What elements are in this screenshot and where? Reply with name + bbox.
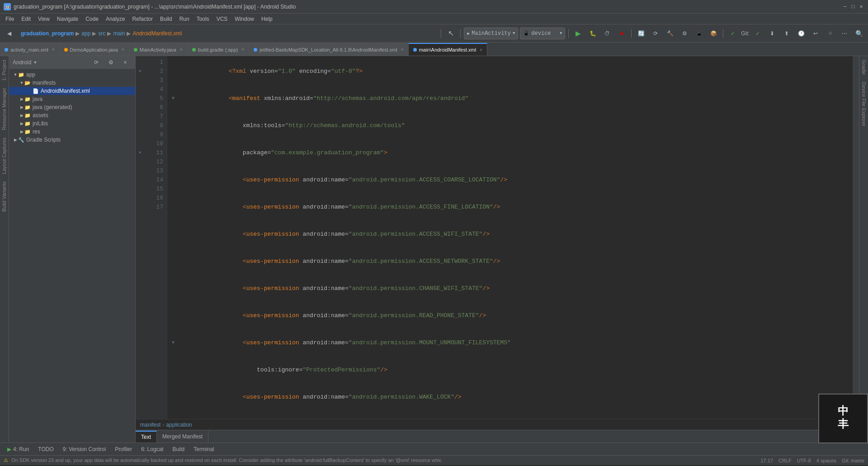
menu-run[interactable]: Run (176, 15, 193, 23)
code-line-3: xmlns:tools="http://schemas.android.com/… (172, 112, 853, 139)
bc-manifest-link[interactable]: manifest (140, 422, 160, 428)
tab-merged-manifest[interactable]: Merged Manifest (157, 431, 208, 442)
git-branch-btn[interactable]: ⑂ (824, 27, 836, 40)
project-sync-btn[interactable]: ⟳ (90, 58, 103, 67)
toolbar-cursor-btn[interactable]: ↖ (444, 27, 457, 40)
tree-manifests[interactable]: ▼ 📂 manifests (9, 79, 135, 87)
sdk-btn[interactable]: 📦 (707, 27, 720, 40)
todo-tool-btn[interactable]: TODO (34, 445, 57, 453)
bc-main[interactable]: main (113, 30, 125, 37)
code-line-4: package="com.example.graduation_program"… (172, 139, 853, 166)
bc-file[interactable]: AndroidManifest.xml (132, 30, 182, 37)
fold-icon-2[interactable]: ▼ (139, 69, 141, 74)
git-push-btn[interactable]: ⬆ (780, 27, 793, 40)
tree-res[interactable]: ▶ 📁 res (9, 128, 135, 136)
fold-icon-11[interactable]: ▼ (139, 151, 141, 155)
tab-close-activity-main[interactable]: × (52, 47, 55, 52)
logcat-btn[interactable]: 6: Logcat (137, 445, 167, 453)
tab-activity-main-xml[interactable]: activity_main.xml × (0, 43, 60, 56)
bc-project[interactable]: graduation_program (21, 30, 74, 37)
profiler-btn[interactable]: Profiler (111, 445, 136, 453)
menu-code[interactable]: Code (82, 15, 102, 23)
bc-app[interactable]: app (81, 30, 90, 37)
project-close-btn[interactable]: × (119, 58, 132, 67)
title-bar-controls[interactable]: ─ □ ✕ (842, 4, 864, 10)
main-activity-dropdown[interactable]: ▶ MainActivity ▼ (464, 28, 518, 39)
tab-demo-application[interactable]: DemoApplication.java × (60, 43, 129, 56)
tab-baidu-manifest[interactable]: jetified-BaiduMapSDK_Location_All-9.1.8\… (249, 43, 408, 56)
right-panel-gradle[interactable]: Gradle (859, 56, 868, 78)
toolbar-back-btn[interactable]: ◀ (3, 27, 15, 40)
git-check-btn[interactable]: ✓ (726, 27, 739, 40)
device-dropdown[interactable]: 📱 device ▼ (520, 28, 565, 39)
tree-gradle-scripts[interactable]: ▶ 🔧 Gradle Scripts (9, 136, 135, 144)
git-update-btn[interactable]: ⬇ (766, 27, 778, 40)
right-panel-device-explorer[interactable]: Device File Explorer (859, 78, 868, 130)
status-crlf[interactable]: CRLF (778, 458, 792, 463)
menu-view[interactable]: View (34, 15, 53, 23)
tree-android-manifest[interactable]: 📄 AndroidManifest.xml (9, 87, 135, 95)
tab-close-manifest[interactable]: × (480, 48, 482, 52)
debug-btn[interactable]: 🐛 (586, 27, 599, 40)
menu-navigate[interactable]: Navigate (53, 15, 82, 23)
tree-java[interactable]: ▶ 📁 java (9, 95, 135, 103)
status-git[interactable]: Git: maste (842, 458, 864, 463)
tab-main-manifest[interactable]: main\AndroidManifest.xml × (409, 43, 487, 56)
tab-main-activity[interactable]: MainActivity.java × (129, 43, 188, 56)
main-area: 1: Project Resource Manager Layout Captu… (0, 56, 868, 442)
menu-refactor[interactable]: Refactor (129, 15, 156, 23)
project-gear-btn[interactable]: ⚙ (104, 58, 117, 67)
sync-btn[interactable]: 🔄 (635, 27, 647, 40)
tab-close-baidu[interactable]: × (401, 47, 404, 52)
sync2-btn[interactable]: ⟳ (649, 27, 662, 40)
tree-jnilibs[interactable]: ▶ 📁 jniLibs (9, 119, 135, 128)
right-scrollbar[interactable] (853, 56, 859, 419)
menu-window[interactable]: Window (231, 15, 258, 23)
version-control-btn[interactable]: 9: Version Control (59, 445, 109, 453)
tab-text[interactable]: Text (136, 431, 157, 442)
status-encoding[interactable]: UTF-8 (797, 458, 811, 463)
tree-java-generated[interactable]: ▶ 📁 java (generated) (9, 103, 135, 111)
vtab-layout-captures[interactable]: Layout Captures (0, 134, 9, 178)
git-commit-btn[interactable]: ✓ (751, 27, 764, 40)
build-btn[interactable]: 🔨 (664, 27, 676, 40)
android-dropdown[interactable]: Android ▼ (13, 59, 37, 66)
tab-close-demo[interactable]: × (122, 47, 124, 52)
vtab-resource-manager[interactable]: Resource Manager (0, 84, 9, 134)
minimize-button[interactable]: ─ (842, 4, 848, 10)
git-history-btn[interactable]: 🕐 (795, 27, 807, 40)
bc-application-link[interactable]: application (166, 422, 192, 428)
menu-build[interactable]: Build (156, 15, 176, 23)
vtab-build-variants[interactable]: Build Variants (0, 178, 9, 215)
tab-build-gradle[interactable]: build.gradle (:app) × (188, 43, 250, 56)
tab-close-gradle[interactable]: × (241, 47, 244, 52)
terminal-btn[interactable]: Terminal (190, 445, 217, 453)
close-button[interactable]: ✕ (858, 4, 864, 10)
code-editor[interactable]: ▼ ▼ 1 2 3 4 (136, 56, 859, 419)
gradle-sync-btn[interactable]: ⚙ (678, 27, 691, 40)
code-content[interactable]: <?xml version="1.0" encoding="utf-8"?> ▼… (167, 56, 853, 419)
run-btn[interactable]: ▶ (572, 27, 585, 40)
git-revert-btn[interactable]: ↩ (809, 27, 822, 40)
menu-vcs[interactable]: VCS (213, 15, 231, 23)
build-tool-btn[interactable]: Build (169, 445, 189, 453)
status-position[interactable]: 17:17 (760, 458, 773, 463)
maximize-button[interactable]: □ (850, 4, 856, 10)
menu-analyze[interactable]: Analyze (102, 15, 129, 23)
git-more-btn[interactable]: ⋯ (838, 27, 851, 40)
search-everywhere-btn[interactable]: 🔍 (853, 27, 865, 40)
tree-app[interactable]: ▼ 📁 app (9, 71, 135, 79)
menu-file[interactable]: File (2, 15, 18, 23)
status-indent[interactable]: 4 spaces (816, 458, 836, 463)
bc-src[interactable]: src (98, 30, 105, 37)
menu-tools[interactable]: Tools (193, 15, 213, 23)
profile-btn[interactable]: ⏱ (601, 27, 613, 40)
menu-help[interactable]: Help (258, 15, 276, 23)
stop-btn[interactable]: ■ (615, 27, 628, 40)
avd-btn[interactable]: 📱 (693, 27, 705, 40)
vtab-project[interactable]: 1: Project (0, 56, 9, 84)
run-tool-btn[interactable]: ▶ 4: Run (4, 445, 33, 453)
tab-close-main-activity[interactable]: × (180, 47, 183, 52)
menu-edit[interactable]: Edit (18, 15, 34, 23)
tree-assets[interactable]: ▶ 📁 assets (9, 111, 135, 119)
